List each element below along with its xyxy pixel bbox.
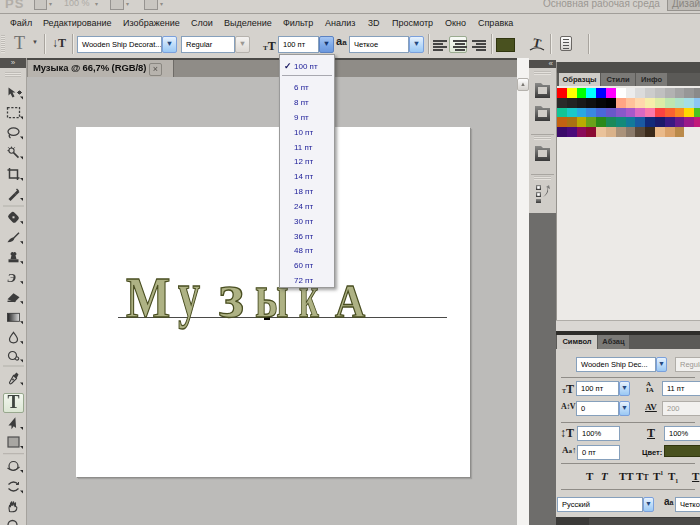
svg-text:Э: Э (8, 270, 17, 285)
